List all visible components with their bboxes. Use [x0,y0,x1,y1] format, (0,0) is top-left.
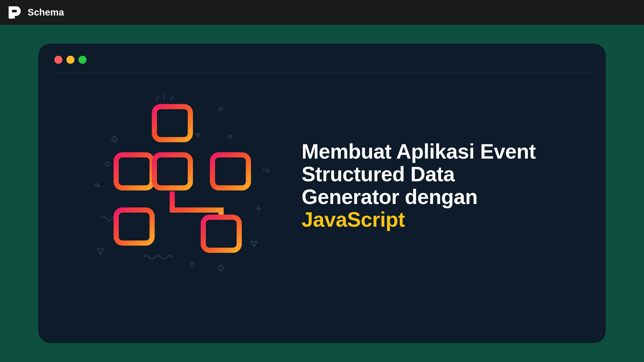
svg-rect-7 [154,155,190,188]
traffic-light-red [54,56,62,64]
title-line-3: Generator dengan [302,185,478,208]
svg-rect-13 [203,217,239,250]
traffic-lights [54,56,590,64]
title-highlight: JavaScript [302,208,405,231]
logo-icon [7,5,22,20]
main-content: Membuat Aplikasi Event Structured Data G… [0,25,644,362]
svg-rect-9 [212,155,248,188]
window-card: Membuat Aplikasi Event Structured Data G… [38,44,606,343]
divider [54,73,590,73]
traffic-light-yellow [66,56,74,64]
svg-rect-11 [116,210,152,243]
schema-diagram-icon [92,89,276,273]
logo-text: Schema [28,7,64,18]
title-line-2: Structured Data [302,163,455,186]
title-line-1: Membuat Aplikasi Event [302,140,536,163]
traffic-light-green [78,56,87,64]
header-bar: Schema [0,0,644,25]
svg-point-0 [106,162,110,166]
content-area: Membuat Aplikasi Event Structured Data G… [54,89,590,273]
svg-rect-5 [116,155,152,188]
title-container: Membuat Aplikasi Event Structured Data G… [302,132,590,231]
svg-rect-3 [154,107,190,140]
main-title: Membuat Aplikasi Event Structured Data G… [302,140,590,231]
svg-point-2 [228,135,231,138]
svg-point-1 [191,263,194,266]
